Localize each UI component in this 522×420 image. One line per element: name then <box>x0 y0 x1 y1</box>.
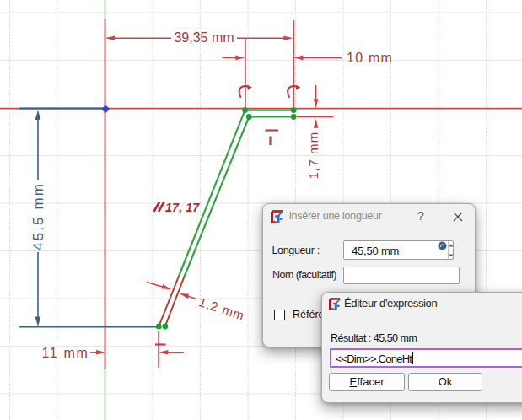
svg-text:39,35 mm: 39,35 mm <box>174 30 234 45</box>
svg-text:11 mm: 11 mm <box>41 346 89 360</box>
svg-text:17, 17: 17, 17 <box>165 201 200 214</box>
svg-text:10 mm: 10 mm <box>347 51 393 65</box>
svg-text:45,5 mm: 45,5 mm <box>30 182 46 250</box>
svg-text:1,7 mm: 1,7 mm <box>306 132 320 180</box>
